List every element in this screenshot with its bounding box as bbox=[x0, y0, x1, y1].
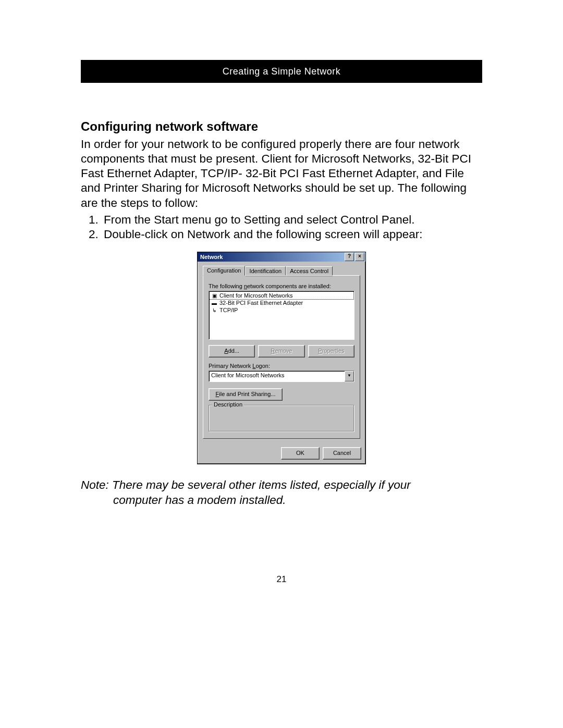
step-item: From the Start menu go to Setting and se… bbox=[102, 213, 482, 228]
close-icon[interactable]: × bbox=[355, 253, 364, 261]
chapter-header: Creating a Simple Network bbox=[81, 60, 482, 83]
chevron-down-icon[interactable]: ▼ bbox=[345, 371, 354, 381]
client-icon: ▣ bbox=[211, 292, 218, 299]
file-print-sharing-button[interactable]: File and Print Sharing... bbox=[209, 388, 283, 401]
add-button[interactable]: Add... bbox=[209, 345, 255, 357]
step-item: Double-click on Network and the followin… bbox=[102, 227, 482, 242]
components-label: The following network components are ins… bbox=[209, 283, 354, 289]
components-listbox[interactable]: ▣ Client for Microsoft Networks ▬ 32-Bit… bbox=[209, 291, 354, 340]
dialog-body: Configuration Identification Access Cont… bbox=[198, 262, 365, 444]
properties-button: Properties bbox=[308, 345, 354, 357]
list-item[interactable]: ↳ TCP/IP bbox=[210, 306, 353, 314]
list-item[interactable]: ▬ 32-Bit PCI Fast Ethernet Adapter bbox=[210, 299, 353, 306]
dialog-footer: OK Cancel bbox=[198, 444, 365, 464]
dialog-title: Network bbox=[199, 254, 344, 260]
list-item-label: 32-Bit PCI Fast Ethernet Adapter bbox=[219, 300, 303, 306]
tab-configuration[interactable]: Configuration bbox=[203, 266, 245, 276]
cancel-button[interactable]: Cancel bbox=[323, 447, 361, 460]
dialog-titlebar[interactable]: Network ? × bbox=[198, 252, 365, 262]
document-page: Creating a Simple Network Configuring ne… bbox=[0, 0, 563, 728]
steps-list: From the Start menu go to Setting and se… bbox=[81, 213, 482, 243]
page-number: 21 bbox=[0, 574, 563, 585]
intro-paragraph: In order for your network to be configur… bbox=[81, 137, 482, 211]
component-buttons: Add... Remove Properties bbox=[209, 345, 354, 357]
primary-logon-combo[interactable]: Client for Microsoft Networks ▼ bbox=[209, 371, 354, 382]
description-group: Description bbox=[209, 405, 354, 432]
combo-value: Client for Microsoft Networks bbox=[209, 371, 345, 381]
adapter-icon: ▬ bbox=[211, 300, 218, 306]
list-item[interactable]: ▣ Client for Microsoft Networks bbox=[210, 292, 353, 299]
description-label: Description bbox=[212, 401, 244, 408]
network-dialog: Network ? × Configuration Identification… bbox=[197, 252, 366, 464]
primary-logon-label: Primary Network Logon: bbox=[209, 363, 354, 369]
help-icon[interactable]: ? bbox=[345, 253, 354, 261]
ok-button[interactable]: OK bbox=[281, 447, 320, 460]
list-item-label: TCP/IP bbox=[219, 307, 238, 313]
remove-button: Remove bbox=[258, 345, 304, 357]
note-text: Note: There may be several other items l… bbox=[81, 478, 482, 508]
list-item-label: Client for Microsoft Networks bbox=[219, 292, 293, 299]
section-heading: Configuring network software bbox=[81, 119, 482, 134]
chapter-title: Creating a Simple Network bbox=[223, 66, 341, 77]
tab-panel: The following network components are ins… bbox=[203, 275, 360, 439]
tab-strip: Configuration Identification Access Cont… bbox=[203, 266, 360, 276]
screenshot-container: Network ? × Configuration Identification… bbox=[81, 252, 482, 464]
protocol-icon: ↳ bbox=[211, 307, 218, 313]
